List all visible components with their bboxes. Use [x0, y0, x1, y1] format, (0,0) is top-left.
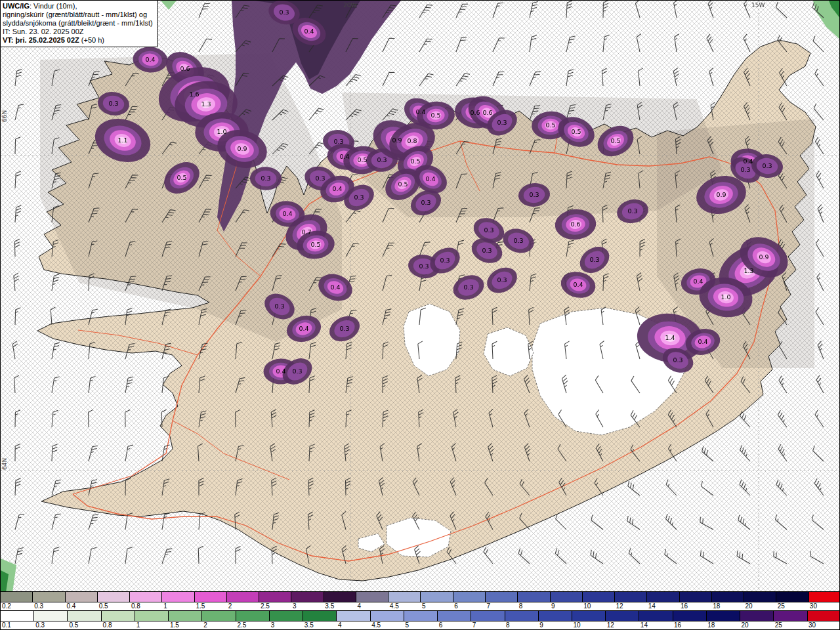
snow-amount-label: 0.3 [339, 325, 349, 332]
colorbar-snow-ticks: 0.20.30.40.50.811.522.533.544.5567891012… [1, 602, 840, 610]
colorbar-rain-tick: 4.5 [370, 621, 404, 629]
colorbar-rain-segment [270, 611, 303, 621]
snow-amount-label: 0.3 [354, 194, 364, 201]
colorbar-rain-tick: 5 [404, 621, 437, 629]
colorbar-snow-segment [744, 592, 776, 602]
colorbar-snow-tick: 0.3 [33, 602, 65, 610]
colorbar-snow-tick: 0.8 [130, 602, 162, 610]
colorbar-rain-tick: 1.5 [169, 621, 202, 629]
snow-amount-label: 0.5 [410, 158, 420, 165]
colorbar-snow-tick: 6 [453, 602, 485, 610]
colorbar-rain [1, 610, 840, 621]
colorbar-rain-segment [135, 611, 169, 621]
colorbar-snow-tick: 30 [808, 602, 840, 610]
colorbar-rain-segment [471, 611, 505, 621]
colorbar-snow-tick: 20 [744, 602, 776, 610]
colorbar-rain-tick: 9 [538, 621, 572, 629]
colorbar-rain-tick: 16 [673, 621, 706, 629]
colorbar-snow-segment [227, 592, 259, 602]
colorbar-rain-tick: 7 [471, 621, 505, 629]
longitude-label: 15W [751, 2, 765, 9]
init-time: IT: Sun. 23. 02. 2025 00Z [3, 28, 153, 36]
colorbar-rain-segment [169, 611, 202, 621]
colorbar-snow-segment [162, 592, 194, 602]
colorbar-rain-segment [68, 611, 101, 621]
colorbar-rain-tick: 0.1 [1, 621, 34, 629]
colorbar-snow-tick: 0.4 [65, 602, 97, 610]
colorbar-rain-tick: 20 [740, 621, 773, 629]
colorbar-snow-tick: 1 [162, 602, 194, 610]
colorbar-snow-tick: 25 [776, 602, 808, 610]
snow-amount-label: 0.4 [573, 281, 583, 288]
colorbar-rain-segment [808, 611, 840, 621]
colorbar-snow [1, 591, 840, 602]
colorbar-snow-segment [776, 592, 808, 602]
snow-amount-label: 0.4 [330, 284, 340, 291]
colorbar-snow-segment [324, 592, 356, 602]
snow-amount-label: 1.3 [744, 267, 753, 274]
colorbar-rain-tick: 10 [572, 621, 605, 629]
snow-amount-label: 0.4 [304, 28, 314, 35]
colorbar-rain-tick: 0.8 [102, 621, 135, 629]
colorbar-snow-segment [809, 592, 840, 602]
legend-line-rain: rigning/skúrir (grænt/blátt/rautt - mm/1… [3, 10, 153, 19]
colorbar-snow-segment [98, 592, 130, 602]
colorbar-rain-tick: 4 [337, 621, 370, 629]
snow-amount-label: 0.3 [292, 368, 302, 375]
colorbar-rain-segment [371, 611, 404, 621]
colorbar-rain-segment [606, 611, 639, 621]
snow-amount-label: 0.3 [315, 175, 325, 182]
snow-amount-label: 0.4 [425, 175, 435, 182]
colorbar-snow-tick: 4 [356, 602, 388, 610]
colorbar-snow-segment [551, 592, 583, 602]
colorbar-snow-tick: 9 [550, 602, 582, 610]
colorbar-rain-tick: 0.3 [34, 621, 68, 629]
colorbar-snow-tick: 0.2 [1, 602, 33, 610]
colorbar-rain-segment [740, 611, 774, 621]
snow-amount-label: 0.3 [673, 356, 682, 364]
snow-amount-label: 0.3 [440, 257, 450, 264]
snow-amount-label: 1.0 [217, 128, 226, 135]
longitude-label: 20W [343, 2, 356, 9]
colorbar-snow-tick: 2 [227, 602, 259, 610]
legend-line-snow: slydda/snjókoma (grátt/bleikt/grænt - mm… [3, 19, 153, 28]
colorbar-snow-segment [66, 592, 98, 602]
colorbar-snow-segment [291, 592, 324, 602]
colorbar-snow-tick: 18 [711, 602, 744, 610]
snow-amount-label: 0.3 [482, 247, 492, 254]
colorbar-rain-tick: 30 [807, 621, 840, 629]
weather-forecast-map-page: 0.30.40.40.61.61.30.31.11.00.90.50.30.30… [0, 0, 840, 630]
snow-amount-label: 0.5 [310, 241, 320, 248]
snow-amount-label: 0.6 [482, 109, 492, 116]
colorbar-snow-tick: 14 [647, 602, 679, 610]
info-box: UWC/IG: Vindur (10m), rigning/skúrir (gr… [1, 1, 158, 47]
snow-amount-label: 0.6 [470, 109, 480, 116]
snow-amount-label: 0.5 [430, 112, 440, 119]
colorbar-snow-tick: 10 [582, 602, 614, 610]
colorbar-rain-segment [707, 611, 740, 621]
parameter-title: : Vindur (10m), [30, 2, 77, 10]
snow-amount-label: 1.3 [201, 100, 211, 108]
snow-amount-label: 0.5 [545, 121, 555, 129]
colorbar-rain-tick: 3.5 [303, 621, 337, 629]
title-line: UWC/IG: Vindur (10m), [3, 2, 153, 10]
colorbar-rain-tick: 3 [270, 621, 303, 629]
colorbar-snow-segment [356, 592, 388, 602]
snow-amount-label: 0.4 [276, 368, 285, 375]
colorbar-rain-segment [572, 611, 606, 621]
colorbar-legend: 0.20.30.40.50.811.522.533.544.5567891012… [1, 591, 840, 629]
snow-amount-label: 0.3 [274, 303, 284, 310]
snow-amount-label: 0.4 [299, 325, 308, 332]
snow-amount-label: 1.4 [665, 334, 675, 341]
snow-amount-label: 1.0 [721, 293, 730, 301]
colorbar-snow-tick: 0.5 [98, 602, 130, 610]
snow-amount-label: 0.6 [570, 220, 580, 228]
snow-amount-label: 0.3 [279, 9, 289, 16]
snow-amount-label: 0.4 [145, 56, 155, 63]
colorbar-rain-tick: 12 [606, 621, 639, 629]
colorbar-snow-segment [680, 592, 712, 602]
snow-amount-label: 0.3 [497, 119, 507, 126]
snow-amount-label: 0.3 [740, 166, 750, 173]
snow-amount-label: 0.9 [759, 253, 768, 261]
colorbar-rain-tick: 14 [639, 621, 673, 629]
